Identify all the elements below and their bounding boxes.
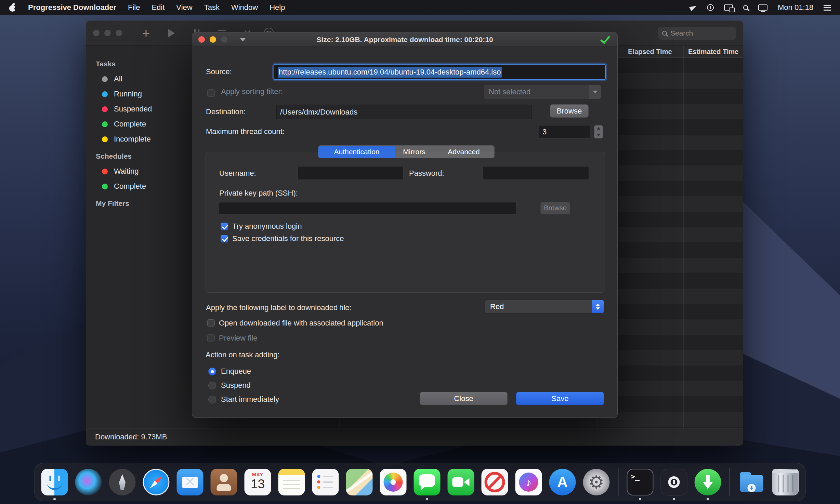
sidecar-icon[interactable] bbox=[724, 4, 733, 11]
menu-edit[interactable]: Edit bbox=[152, 3, 165, 12]
itunes-icon: ♪ bbox=[515, 469, 542, 495]
sidebar-item-label: Complete bbox=[114, 120, 146, 129]
progressive-downloader-icon bbox=[695, 469, 721, 495]
close-button[interactable]: Close bbox=[420, 392, 508, 405]
destination-path-field[interactable]: /Users/dmx/Downloads bbox=[276, 105, 532, 119]
safari-icon bbox=[143, 469, 170, 495]
radio-start-immediately-label: Start immediately bbox=[221, 395, 279, 404]
apple-menu-icon[interactable] bbox=[9, 3, 16, 12]
photos-icon bbox=[380, 469, 407, 495]
sorting-filter-select[interactable]: Not selected bbox=[484, 85, 601, 99]
dock-item-contacts[interactable] bbox=[210, 468, 238, 496]
sorting-filter-checkbox[interactable] bbox=[207, 89, 215, 97]
dock-item-launchpad[interactable] bbox=[108, 468, 137, 496]
app-menu-title[interactable]: Progressive Downloader bbox=[28, 3, 116, 12]
search-placeholder: Search bbox=[670, 29, 693, 37]
dock-item-system-preferences[interactable]: ⚙ bbox=[582, 468, 611, 496]
dock-item-mail[interactable] bbox=[176, 468, 205, 496]
dock-item-photos[interactable] bbox=[379, 468, 408, 496]
radio-enqueue-label: Enqueue bbox=[221, 367, 251, 376]
menu-view[interactable]: View bbox=[176, 3, 192, 12]
column-header-estimated-time[interactable]: Estimated Time bbox=[688, 45, 738, 58]
destination-browse-button[interactable]: Browse bbox=[550, 104, 589, 118]
dock-item-terminal[interactable]: >_ bbox=[626, 468, 655, 496]
mail-icon bbox=[177, 469, 204, 495]
file-label-label: Apply the following label to downloaded … bbox=[206, 303, 352, 312]
file-label-select[interactable]: Red bbox=[485, 300, 604, 314]
running-indicator bbox=[426, 498, 428, 500]
ssh-key-path-input[interactable] bbox=[219, 202, 516, 214]
app-store-icon: A bbox=[549, 469, 576, 495]
source-input[interactable]: http://releases.ubuntu.com/19.04/ubuntu-… bbox=[274, 64, 606, 80]
menu-bar-clock[interactable]: Mon 01:18 bbox=[778, 3, 813, 12]
zoom-window-button[interactable] bbox=[116, 30, 122, 36]
thread-count-stepper[interactable] bbox=[594, 125, 603, 138]
dock-item-notes[interactable] bbox=[277, 468, 306, 496]
chevron-down-icon bbox=[593, 91, 598, 93]
dock-item-trash[interactable] bbox=[771, 468, 800, 496]
itunes-gradient-circle: ♪ bbox=[519, 473, 538, 492]
music-note-icon: ♪ bbox=[526, 476, 531, 489]
source-url-selected-text: http://releases.ubuntu.com/19.04/ubuntu-… bbox=[278, 67, 502, 78]
yellow-dot-icon bbox=[102, 136, 108, 142]
column-divider[interactable] bbox=[622, 45, 622, 57]
column-divider[interactable] bbox=[683, 45, 684, 57]
menu-help[interactable]: Help bbox=[270, 3, 285, 12]
username-input[interactable] bbox=[298, 166, 404, 180]
running-indicator bbox=[673, 498, 675, 500]
source-label: Source: bbox=[206, 67, 232, 76]
finder-icon bbox=[41, 469, 68, 495]
dock-item-no-entry[interactable] bbox=[481, 468, 509, 496]
dock-item-progressive-downloader[interactable] bbox=[694, 468, 722, 496]
stepper-up-icon[interactable] bbox=[594, 125, 603, 132]
thread-count-input[interactable]: 3 bbox=[539, 125, 590, 138]
dock-item-reminders[interactable] bbox=[311, 468, 340, 496]
dock-item-maps[interactable] bbox=[345, 468, 374, 496]
notification-center-icon[interactable] bbox=[824, 5, 831, 11]
close-window-button[interactable] bbox=[93, 30, 100, 36]
menu-file[interactable]: File bbox=[128, 3, 140, 12]
dock-item-itunes[interactable]: ♪ bbox=[514, 468, 543, 496]
sidebar-item-label: Suspended bbox=[114, 105, 152, 114]
dock-item-onepassword[interactable] bbox=[660, 468, 688, 496]
grid-line bbox=[622, 58, 622, 428]
menu-window[interactable]: Window bbox=[231, 3, 258, 12]
stepper-down-icon[interactable] bbox=[594, 132, 603, 138]
radio-enqueue[interactable] bbox=[208, 368, 216, 375]
add-task-button[interactable]: + bbox=[137, 26, 155, 41]
spotlight-icon[interactable] bbox=[743, 5, 748, 10]
chevron-down-icon bbox=[596, 307, 600, 310]
open-with-app-checkbox[interactable] bbox=[207, 319, 215, 327]
dock-item-siri[interactable] bbox=[74, 468, 103, 496]
dock-item-downloads-folder[interactable] bbox=[737, 468, 766, 496]
display-icon[interactable] bbox=[758, 4, 767, 11]
password-input[interactable] bbox=[483, 166, 589, 180]
keyhole-icon[interactable] bbox=[707, 4, 714, 11]
minimize-window-button[interactable] bbox=[104, 30, 111, 36]
save-credentials-label: Save credentials for this resource bbox=[232, 234, 344, 243]
search-input[interactable]: Search bbox=[658, 27, 736, 40]
radio-start-immediately[interactable] bbox=[208, 396, 216, 403]
save-button[interactable]: Save bbox=[516, 392, 604, 405]
preview-file-checkbox[interactable] bbox=[207, 334, 215, 342]
start-task-button[interactable] bbox=[162, 26, 180, 41]
dock-item-facetime[interactable] bbox=[447, 468, 475, 496]
preview-file-label: Preview file bbox=[219, 334, 257, 343]
dock-item-calendar[interactable]: MAY 13 bbox=[244, 468, 272, 496]
grid-line bbox=[683, 58, 684, 428]
radio-suspend[interactable] bbox=[208, 382, 216, 389]
dock-item-messages[interactable] bbox=[413, 468, 442, 496]
menu-task[interactable]: Task bbox=[204, 3, 220, 12]
sorting-filter-label: Apply sorting filter: bbox=[221, 87, 283, 96]
save-credentials-checkbox[interactable] bbox=[221, 235, 228, 242]
anonymous-login-label: Try anonymous login bbox=[232, 222, 302, 231]
dock-separator bbox=[730, 468, 730, 496]
dock-item-app-store[interactable]: A bbox=[548, 468, 577, 496]
red-dot-icon bbox=[102, 169, 108, 174]
dock-item-finder[interactable] bbox=[40, 468, 69, 496]
anonymous-login-checkbox[interactable] bbox=[221, 223, 228, 230]
pointer-icon[interactable] bbox=[689, 4, 697, 11]
dock-item-safari[interactable] bbox=[142, 468, 171, 496]
column-header-elapsed-time[interactable]: Elapsed Time bbox=[628, 45, 672, 58]
ssh-browse-button[interactable]: Browse bbox=[540, 202, 570, 214]
